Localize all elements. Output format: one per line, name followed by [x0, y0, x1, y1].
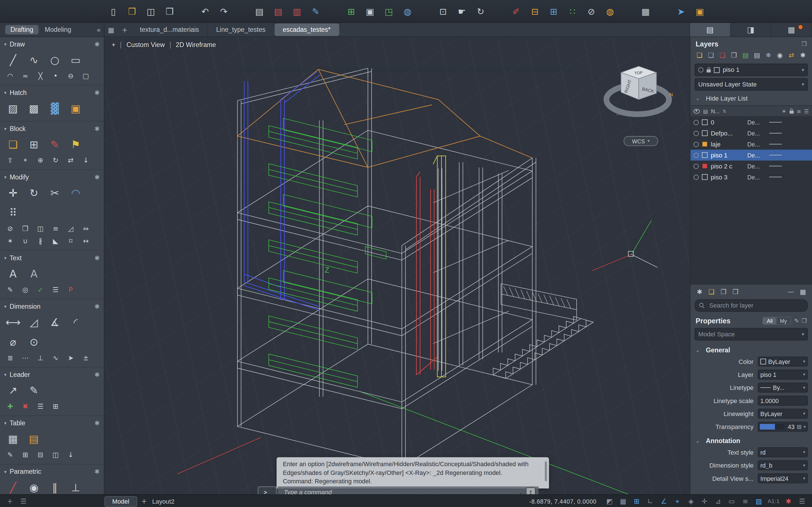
section-settings-icon[interactable]: ✱ [94, 420, 100, 427]
command-expand-icon[interactable]: ⌄ [518, 489, 523, 494]
hide-layer-list-toggle[interactable]: ⌄ Hide Layer List [691, 93, 812, 103]
layer-row-defpo[interactable]: Defpo...De... [691, 128, 812, 138]
linear-dimension-icon[interactable]: ⟷ [4, 314, 22, 330]
new-layer-frozen-icon[interactable]: ❏ [706, 50, 716, 59]
annotation-scale-icon[interactable]: A1:1 [768, 496, 779, 506]
layer-on-icon[interactable] [694, 152, 699, 158]
plot-add-icon[interactable]: ▤ [272, 4, 284, 18]
sheets-palette-button[interactable]: ▦ [771, 23, 812, 36]
region-icon[interactable]: ▢ [80, 70, 92, 81]
doc-tab-line-type-testes[interactable]: Line_type_testes [208, 23, 274, 36]
properties-palette-button[interactable]: ◨ [730, 23, 771, 36]
dynamic-ucs-icon[interactable]: ⊿ [713, 496, 723, 506]
command-share-icon[interactable]: ↥ [526, 488, 536, 494]
copy-icon[interactable]: ❐ [19, 223, 31, 233]
tab-modeling[interactable]: Modeling [40, 25, 77, 34]
layer-on-icon[interactable] [694, 174, 699, 180]
section-header-block[interactable]: ▾Block✱ [4, 124, 100, 134]
save-icon[interactable]: ◫ [145, 4, 157, 18]
transparency-pattern-icon[interactable]: ▨ [797, 424, 801, 430]
command-input[interactable] [283, 488, 515, 494]
section-settings-icon[interactable]: ✱ [94, 255, 100, 262]
table-icon[interactable]: ▦ [4, 431, 22, 447]
purge-icon[interactable]: ⊘ [585, 4, 598, 18]
lock-layer-icon[interactable]: ◉ [775, 50, 785, 59]
merge-cells-icon[interactable]: ◫ [50, 449, 62, 460]
edit-block-icon[interactable]: ✎ [46, 136, 64, 153]
detach-palette-icon[interactable]: ❐ [802, 41, 807, 47]
auto-constrain-icon[interactable]: ╱ [4, 479, 22, 494]
sync-attributes-icon[interactable]: ↻ [50, 155, 62, 165]
layer-row-piso-2-c[interactable]: piso 2 cDe... [691, 161, 812, 172]
layer-on-icon[interactable] [694, 120, 699, 125]
view-controls-icon[interactable]: ☰ [19, 496, 28, 506]
section-header-table[interactable]: ▾Table✱ [4, 418, 100, 429]
diameter-dimension-icon[interactable]: ⌀ [4, 334, 22, 350]
gradient-icon[interactable]: ▓ [46, 100, 64, 117]
new-layer-bottom-icon[interactable]: ❏ [707, 287, 716, 296]
remove-leader-icon[interactable]: ✖ [19, 401, 31, 411]
solid-hatch-icon[interactable]: ▩ [25, 100, 43, 117]
prop-text-style-dropdown[interactable]: rd▾ [758, 447, 808, 457]
baseline-dimension-icon[interactable]: ≣ [4, 352, 16, 363]
tab-overview-icon[interactable]: ▦ [104, 23, 118, 36]
isolate-layer-icon[interactable]: ▤ [741, 50, 750, 59]
edit-text-icon[interactable]: ✎ [4, 284, 16, 295]
drawing-canvas[interactable]: Z + [104, 37, 690, 494]
infer-constraints-icon[interactable]: ◩ [605, 496, 614, 506]
section-settings-icon[interactable]: ✱ [94, 173, 100, 181]
rectangle-icon[interactable]: ▭ [67, 52, 85, 68]
new-tab-icon[interactable]: + [118, 23, 132, 36]
geographic-location-icon[interactable]: ◍ [401, 4, 414, 18]
lineweight-icon[interactable]: ≡ [797, 108, 801, 114]
boundary-icon[interactable]: ▣ [67, 100, 85, 117]
erase-icon[interactable]: ⊘ [4, 223, 16, 233]
snap-mode-icon[interactable]: ▦ [618, 496, 627, 506]
wcs-selector[interactable]: WCS ▾ [624, 136, 658, 146]
export-block-icon[interactable]: ↓ [80, 155, 92, 165]
multiline-text-icon[interactable]: A [4, 265, 22, 282]
list-menu-icon[interactable]: ☰ [804, 108, 809, 114]
space-selector[interactable]: Model Space ▾ [695, 328, 808, 340]
ellipse-icon[interactable]: ⊖ [65, 70, 77, 81]
layers-palette-button[interactable]: ▤ [690, 23, 730, 36]
spell-check-icon[interactable]: ✓ [35, 284, 47, 295]
prop-detail-view-s-dropdown[interactable]: Imperial24▾ [758, 473, 808, 483]
freeze-sun-icon[interactable]: ☀ [781, 108, 786, 114]
quick-select-icon[interactable]: ⊞ [548, 4, 560, 18]
filter-my-button[interactable]: My [776, 318, 791, 324]
align-icon[interactable]: ⌑ [65, 236, 77, 246]
create-block-icon[interactable]: ⊞ [25, 136, 43, 153]
viewport-menu-button[interactable]: + [112, 41, 116, 48]
prop-transparency-dropdown[interactable]: 43▨▾ [758, 421, 808, 432]
transparency-slider[interactable] [760, 424, 784, 430]
plot-style-edit-icon[interactable]: ✎ [310, 4, 322, 18]
remove-filter-icon[interactable]: — [786, 287, 796, 296]
layer-on-icon[interactable] [694, 131, 699, 136]
share-drawing-icon[interactable]: ➤ [675, 4, 687, 18]
prop-color-dropdown[interactable]: ByLayer▾ [758, 356, 808, 367]
page-setup-icon[interactable]: ▥ [291, 4, 303, 18]
multileader-style-icon[interactable]: ✎ [25, 382, 43, 399]
multileader-icon[interactable]: ↗ [4, 382, 22, 399]
markup-icon[interactable]: ✐ [510, 4, 522, 18]
delete-layer-icon[interactable]: ❏ [718, 50, 727, 59]
insert-row-icon[interactable]: ⊞ [19, 449, 31, 460]
layer-states-icon[interactable]: ❒ [729, 50, 739, 59]
current-layer-selector[interactable]: piso 1 ▾ [695, 64, 808, 76]
layer-properties-icon[interactable]: ✱ [695, 287, 705, 296]
section-header-leader[interactable]: ▾Leader✱ [4, 370, 100, 380]
section-settings-icon[interactable]: ✱ [94, 89, 100, 97]
set-base-point-icon[interactable]: ⌖ [19, 155, 31, 165]
name-column-header[interactable]: N... [711, 108, 719, 114]
layer-translator-icon[interactable]: ⊟ [529, 4, 541, 18]
insert-block-icon[interactable]: ❏ [4, 136, 22, 153]
continue-dimension-icon[interactable]: ⋯ [19, 352, 31, 363]
trim-icon[interactable]: ✂ [46, 184, 64, 201]
list-columns-icon[interactable]: ▦ [798, 287, 808, 296]
plot-icon[interactable]: ▤ [703, 108, 708, 114]
table-from-data-icon[interactable]: ▤ [25, 431, 43, 447]
layer-color-swatch[interactable] [702, 174, 707, 180]
ordinate-dimension-icon[interactable]: ⊥ [35, 352, 47, 363]
section-settings-icon[interactable]: ✱ [94, 125, 100, 132]
